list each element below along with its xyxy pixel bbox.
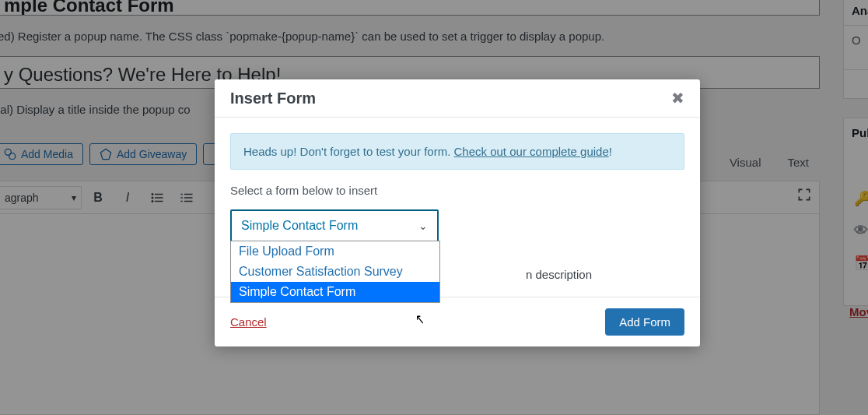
modal-body: Heads up! Don't forget to test your form… [215,118,700,250]
close-icon[interactable]: ✖ [671,89,684,107]
selected-value: Simple Contact Form [241,219,358,233]
form-option[interactable]: Customer Satisfaction Survey [231,262,439,282]
modal-title: Insert Form [230,90,316,107]
info-text: Heads up! Don't forget to test your form… [243,145,454,158]
form-dropdown: File Upload FormCustomer Satisfaction Su… [230,241,440,303]
form-option[interactable]: Simple Contact Form [231,282,439,302]
info-suffix: ! [609,145,612,158]
add-form-button[interactable]: Add Form [605,308,684,336]
modal-header: Insert Form ✖ [215,79,700,118]
select-label: Select a form below to insert [230,184,684,197]
info-alert: Heads up! Don't forget to test your form… [230,133,684,170]
cancel-link[interactable]: Cancel [230,315,267,329]
description-fragment: n description [526,268,592,281]
insert-form-modal: Insert Form ✖ Heads up! Don't forget to … [215,79,700,346]
form-select-wrap: Simple Contact Form ⌄ File Upload FormCu… [230,209,439,242]
chevron-down-icon: ⌄ [418,220,428,232]
modal-footer: Cancel Add Form [215,297,700,346]
form-select[interactable]: Simple Contact Form ⌄ [230,209,439,242]
info-link[interactable]: Check out our complete guide [454,145,609,158]
form-option[interactable]: File Upload Form [231,241,439,262]
